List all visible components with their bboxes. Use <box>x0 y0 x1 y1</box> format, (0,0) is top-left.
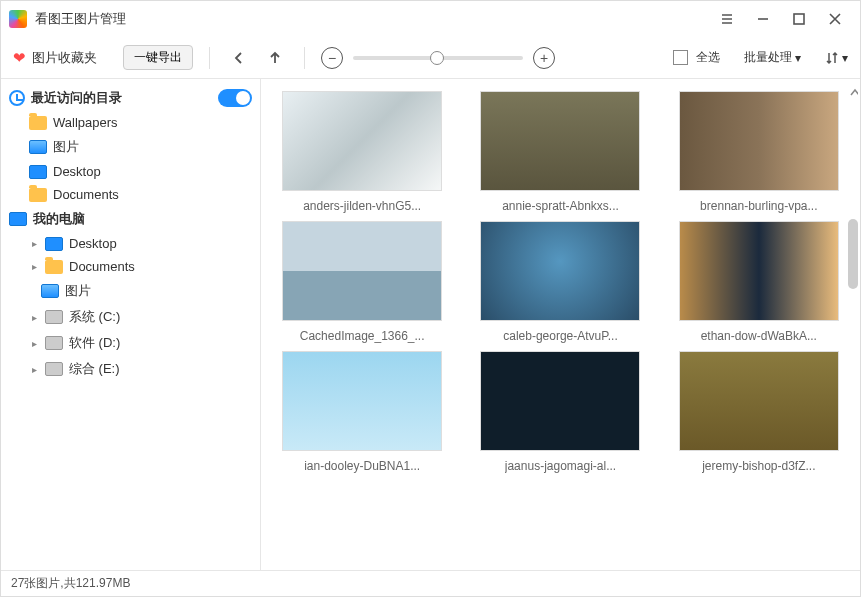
checkbox-icon <box>673 50 688 65</box>
minimize-icon[interactable] <box>756 12 770 26</box>
titlebar: 看图王图片管理 <box>1 1 860 37</box>
back-button[interactable] <box>226 45 252 71</box>
thumbnail[interactable]: CachedImage_1366_... <box>273 221 451 343</box>
menu-icon[interactable] <box>720 12 734 26</box>
sidebar-item-drive-e[interactable]: ▸综合 (E:) <box>1 356 260 382</box>
sidebar-item-wallpapers[interactable]: Wallpapers <box>1 111 260 134</box>
svg-rect-0 <box>794 14 804 24</box>
thumbnail-image <box>480 351 640 451</box>
sidebar-item-drive-d[interactable]: ▸软件 (D:) <box>1 330 260 356</box>
thumbnail-image <box>679 351 839 451</box>
drive-icon <box>45 362 63 376</box>
thumbnail[interactable]: jaanus-jagomagi-al... <box>471 351 649 473</box>
thumbnail[interactable]: brennan-burling-vpa... <box>670 91 848 213</box>
thumbnail-image <box>282 351 442 451</box>
batch-label: 批量处理 <box>744 49 792 66</box>
monitor-icon <box>45 237 63 251</box>
close-icon[interactable] <box>828 12 842 26</box>
thumbnail[interactable]: jeremy-bishop-d3fZ... <box>670 351 848 473</box>
window-title: 看图王图片管理 <box>35 10 720 28</box>
recent-toggle[interactable] <box>218 89 252 107</box>
sidebar-item-documents[interactable]: Documents <box>1 183 260 206</box>
sidebar-item-pictures[interactable]: 图片 <box>1 134 260 160</box>
thumbnail[interactable]: annie-spratt-Abnkxs... <box>471 91 649 213</box>
thumbnail[interactable]: anders-jilden-vhnG5... <box>273 91 451 213</box>
folder-icon <box>29 116 47 130</box>
scroll-up-icon[interactable] <box>850 85 858 101</box>
drive-icon <box>45 310 63 324</box>
select-all-checkbox[interactable]: 全选 <box>673 49 720 66</box>
select-all-label: 全选 <box>696 49 720 66</box>
drive-icon <box>45 336 63 350</box>
chevron-down-icon: ▾ <box>795 51 801 65</box>
divider <box>304 47 305 69</box>
thumbnail-image <box>282 91 442 191</box>
divider <box>209 47 210 69</box>
sidebar-recent-header[interactable]: 最近访问的目录 <box>1 85 260 111</box>
chevron-down-icon: ▾ <box>842 51 848 65</box>
sidebar-item-desktop[interactable]: Desktop <box>1 160 260 183</box>
thumbnail-image <box>480 91 640 191</box>
sidebar-item-desktop-pc[interactable]: ▸Desktop <box>1 232 260 255</box>
thumbnail-image <box>679 91 839 191</box>
maximize-icon[interactable] <box>792 12 806 26</box>
scrollbar-thumb[interactable] <box>848 219 858 289</box>
app-icon <box>9 10 27 28</box>
favorites-label: 图片收藏夹 <box>32 49 97 67</box>
toolbar: ❤ 图片收藏夹 一键导出 − + 全选 批量处理 ▾ ▾ <box>1 37 860 79</box>
computer-icon <box>9 212 27 226</box>
folder-icon <box>45 260 63 274</box>
picture-icon <box>29 140 47 154</box>
monitor-icon <box>29 165 47 179</box>
statusbar: 27张图片,共121.97MB <box>1 570 860 596</box>
content: 最近访问的目录 Wallpapers 图片 Desktop Documents … <box>1 79 860 570</box>
export-button[interactable]: 一键导出 <box>123 45 193 70</box>
sidebar-mypc-header[interactable]: 我的电脑 <box>1 206 260 232</box>
thumbnail[interactable]: caleb-george-AtvuP... <box>471 221 649 343</box>
status-text: 27张图片,共121.97MB <box>11 575 130 592</box>
clock-icon <box>9 90 25 106</box>
sidebar-item-documents-pc[interactable]: ▸Documents <box>1 255 260 278</box>
folder-icon <box>29 188 47 202</box>
thumbnail[interactable]: ian-dooley-DuBNA1... <box>273 351 451 473</box>
sort-dropdown[interactable]: ▾ <box>825 51 848 65</box>
zoom-out-button[interactable]: − <box>321 47 343 69</box>
thumbnail[interactable]: ethan-dow-dWaBkA... <box>670 221 848 343</box>
picture-icon <box>41 284 59 298</box>
thumbnail-image <box>679 221 839 321</box>
heart-icon: ❤ <box>13 49 26 67</box>
zoom-slider[interactable] <box>353 56 523 60</box>
sidebar-item-drive-c[interactable]: ▸系统 (C:) <box>1 304 260 330</box>
thumbnail-image <box>480 221 640 321</box>
zoom-in-button[interactable]: + <box>533 47 555 69</box>
sidebar-item-pictures-pc[interactable]: 图片 <box>1 278 260 304</box>
window-controls <box>720 12 852 26</box>
up-button[interactable] <box>262 45 288 71</box>
thumbnail-image <box>282 221 442 321</box>
batch-dropdown[interactable]: 批量处理 ▾ <box>744 49 801 66</box>
sidebar: 最近访问的目录 Wallpapers 图片 Desktop Documents … <box>1 79 261 570</box>
favorites[interactable]: ❤ 图片收藏夹 <box>13 49 97 67</box>
gallery: anders-jilden-vhnG5... annie-spratt-Abnk… <box>261 79 860 570</box>
